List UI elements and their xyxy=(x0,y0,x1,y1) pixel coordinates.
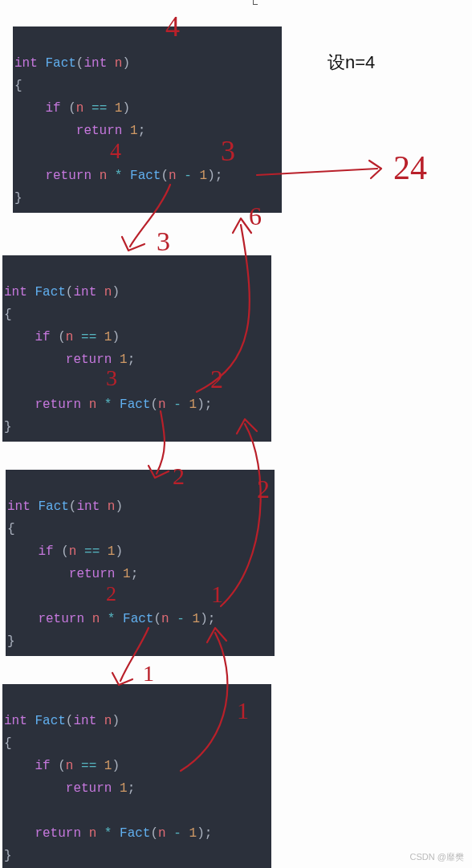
annot-down-3: 3 xyxy=(157,226,170,256)
annot-down-1: 1 xyxy=(143,661,154,686)
code-block-3: int Fact(int n) { if (n == 1) return 1; … xyxy=(6,470,275,656)
code-block-1: int Fact(int n) { if (n == 1) return 1; … xyxy=(13,26,282,213)
annot-result: 24 xyxy=(393,149,427,186)
watermark: CSDN @靡樊 xyxy=(410,851,464,863)
title-text: 设n=4 xyxy=(328,51,375,75)
caret-mark xyxy=(253,0,258,5)
type-kw: int xyxy=(14,56,38,71)
code-block-4: int Fact(int n) { if (n == 1) return 1; … xyxy=(2,684,271,868)
code-block-2: int Fact(int n) { if (n == 1) return 1; … xyxy=(2,255,271,442)
fn-name: Fact xyxy=(45,56,75,71)
